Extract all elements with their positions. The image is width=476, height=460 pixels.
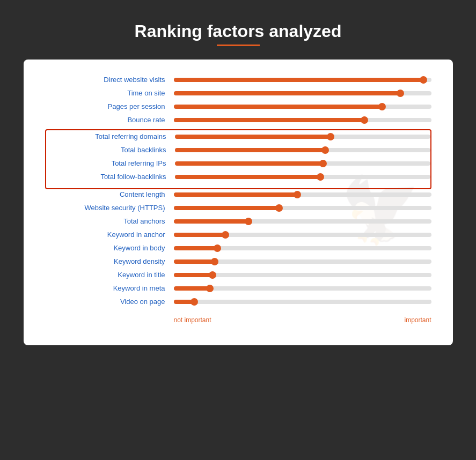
- chart-row: Total follow-backlinks: [46, 173, 430, 181]
- bar-dot: [245, 218, 252, 225]
- row-label: Keyword density: [45, 257, 174, 265]
- bar-track: [175, 175, 430, 179]
- bar-fill: [174, 105, 383, 109]
- page-title: Ranking factors analyzed: [24, 11, 453, 41]
- bar-dot: [420, 76, 427, 84]
- axis-labels: not important important: [45, 316, 431, 324]
- bar-track: [174, 91, 431, 95]
- chart-row: Direct website visits: [45, 76, 431, 84]
- chart-rows: Direct website visitsTime on sitePages p…: [45, 76, 431, 306]
- bar-track: [174, 233, 431, 237]
- bar-track: [174, 192, 431, 197]
- chart-row: Website security (HTTPS): [45, 204, 431, 212]
- main-container: Ranking factors analyzed 🦅 Direct websit…: [24, 11, 453, 345]
- bar-fill: [174, 118, 364, 122]
- bar-track: [175, 148, 430, 152]
- chart-card: 🦅 Direct website visitsTime on sitePages…: [24, 60, 453, 345]
- bar-dot: [214, 244, 221, 252]
- chart-row: Keyword in body: [45, 244, 431, 252]
- row-label: Website security (HTTPS): [45, 204, 174, 212]
- row-label: Total referring IPs: [46, 159, 175, 167]
- chart-row: Keyword density: [45, 257, 431, 265]
- chart-row: Keyword in anchor: [45, 231, 431, 239]
- bar-track: [175, 161, 430, 166]
- bar-fill: [174, 246, 218, 250]
- row-label: Total referring domains: [46, 132, 175, 140]
- chart-row: Bounce rate: [45, 116, 431, 124]
- bar-dot: [191, 298, 198, 306]
- row-label: Total follow-backlinks: [46, 173, 175, 181]
- row-label: Keyword in title: [45, 271, 174, 279]
- row-label: Total backlinks: [46, 146, 175, 154]
- bar-fill: [175, 161, 323, 166]
- bar-dot: [275, 204, 283, 212]
- bar-track: [174, 273, 431, 277]
- bar-fill: [175, 175, 320, 179]
- bar-dot: [294, 191, 301, 198]
- chart-row: Total anchors: [45, 217, 431, 225]
- bar-dot: [321, 146, 329, 154]
- chart-row: Keyword in meta: [45, 284, 431, 292]
- chart-row: Keyword in title: [45, 271, 431, 279]
- chart-row: Pages per session: [45, 102, 431, 110]
- bar-track: [174, 206, 431, 210]
- row-label: Time on site: [45, 89, 174, 97]
- row-label: Content length: [45, 190, 174, 198]
- bar-dot: [327, 133, 334, 140]
- bar-track: [174, 246, 431, 250]
- bar-dot: [206, 285, 214, 292]
- chart-row: Total referring domains: [46, 132, 430, 140]
- bar-fill: [174, 192, 297, 197]
- bar-fill: [174, 91, 400, 95]
- row-label: Total anchors: [45, 217, 174, 225]
- bar-dot: [209, 271, 216, 279]
- bar-track: [174, 259, 431, 264]
- chart-row: Total referring IPs: [46, 159, 430, 167]
- bar-dot: [361, 116, 368, 124]
- bar-track: [175, 135, 430, 139]
- bar-dot: [317, 173, 324, 181]
- bar-dot: [211, 258, 218, 265]
- title-underline: [217, 44, 260, 46]
- chart-row: Time on site: [45, 89, 431, 97]
- row-label: Video on page: [45, 298, 174, 306]
- bar-track: [174, 300, 431, 304]
- bar-fill: [174, 206, 280, 210]
- chart-row: Total backlinks: [46, 146, 430, 154]
- bar-track: [174, 78, 431, 82]
- bar-track: [174, 118, 431, 122]
- bar-track: [174, 105, 431, 109]
- bar-fill: [174, 219, 248, 224]
- bar-fill: [174, 233, 225, 237]
- bar-dot: [319, 160, 327, 167]
- bar-dot: [397, 90, 404, 97]
- chart-row: Content length: [45, 190, 431, 198]
- bar-track: [174, 286, 431, 291]
- bar-fill: [174, 259, 215, 264]
- bar-fill: [174, 78, 424, 82]
- row-label: Pages per session: [45, 102, 174, 110]
- bar-dot: [222, 231, 229, 239]
- row-label: Keyword in body: [45, 244, 174, 252]
- chart-row: Video on page: [45, 298, 431, 306]
- row-label: Keyword in anchor: [45, 231, 174, 239]
- row-label: Bounce rate: [45, 116, 174, 124]
- bar-fill: [174, 273, 213, 277]
- bar-fill: [174, 286, 210, 291]
- axis-left-label: not important: [174, 316, 211, 324]
- bar-track: [174, 219, 431, 224]
- highlighted-group: Total referring domainsTotal backlinksTo…: [45, 129, 431, 189]
- bar-dot: [378, 103, 386, 110]
- bar-fill: [175, 148, 326, 152]
- bar-fill: [175, 135, 331, 139]
- row-label: Direct website visits: [45, 76, 174, 84]
- axis-right-label: important: [404, 316, 431, 324]
- row-label: Keyword in meta: [45, 284, 174, 292]
